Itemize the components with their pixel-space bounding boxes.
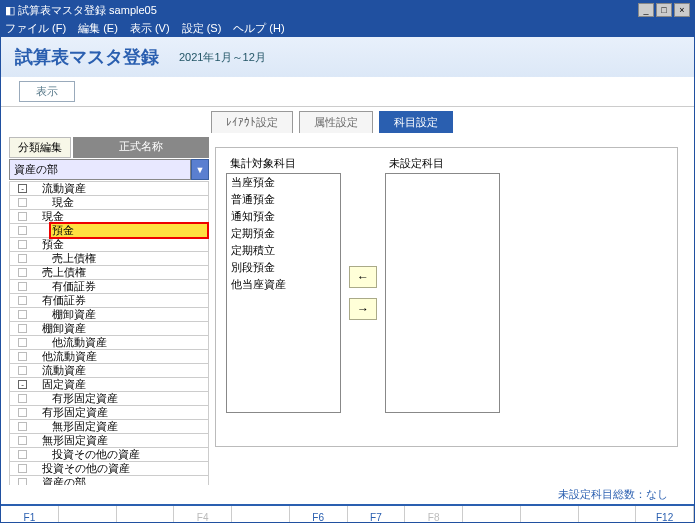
right-column: 集計対象科目 当座預金普通預金通知預金定期預金定期積立別段預金他当座資産 ← →… — [209, 133, 694, 485]
list-item[interactable]: 当座預金 — [227, 174, 340, 191]
tree-row-label: 預金 — [40, 237, 208, 252]
tab-layout[interactable]: ﾚｲｱｳﾄ設定 — [211, 111, 293, 133]
tree-row[interactable]: 投資その他の資産 — [9, 461, 209, 476]
list-item[interactable]: 別段預金 — [227, 259, 340, 276]
tree-row[interactable]: 棚卸資産 — [9, 321, 209, 336]
f10 — [521, 506, 579, 523]
tree-node-icon[interactable] — [18, 310, 27, 319]
list-item[interactable]: 通知預金 — [227, 208, 340, 225]
tree-row[interactable]: 棚卸資産 — [9, 307, 209, 322]
tree-row[interactable]: 投資その他の資産 — [9, 447, 209, 462]
tree-row[interactable]: 有形固定資産 — [9, 405, 209, 420]
list-item[interactable]: 普通預金 — [227, 191, 340, 208]
arrow-right-button[interactable]: → — [349, 298, 377, 320]
target-listbox[interactable]: 当座預金普通預金通知預金定期預金定期積立別段預金他当座資産 — [226, 173, 341, 413]
menubar: ファイル (F) 編集 (E) 表示 (V) 設定 (S) ヘルプ (H) — [1, 19, 694, 37]
category-combo[interactable]: 資産の部 ▼ — [9, 159, 209, 180]
tree-row[interactable]: 売上債権 — [9, 265, 209, 280]
tree-node-icon[interactable] — [18, 464, 27, 473]
tree-node-icon[interactable] — [18, 324, 27, 333]
tree-list[interactable]: -流動資産現金現金預金預金売上債権売上債権有価証券有価証券棚卸資産棚卸資産他流動… — [9, 180, 209, 485]
tree-row[interactable]: 流動資産 — [9, 363, 209, 378]
tree-node-icon[interactable] — [18, 436, 27, 445]
tree-row-label: 棚卸資産 — [40, 321, 208, 336]
menu-file[interactable]: ファイル (F) — [5, 21, 66, 36]
minimize-button[interactable]: _ — [638, 3, 654, 17]
menu-view[interactable]: 表示 (V) — [130, 21, 170, 36]
list-item[interactable]: 定期積立 — [227, 242, 340, 259]
menu-edit[interactable]: 編集 (E) — [78, 21, 118, 36]
tree-node-icon[interactable] — [18, 366, 27, 375]
tree-row[interactable]: -流動資産 — [9, 181, 209, 196]
tree-row[interactable]: 現金 — [9, 209, 209, 224]
tree-node-icon[interactable] — [18, 282, 27, 291]
footer-status: 未設定科目総数：なし — [1, 485, 694, 504]
close-button[interactable]: × — [674, 3, 690, 17]
maximize-button[interactable]: □ — [656, 3, 672, 17]
tree-node-icon[interactable] — [18, 198, 27, 207]
unset-listbox[interactable] — [385, 173, 500, 413]
period-label: 2021年1月～12月 — [179, 50, 266, 65]
tree-node-icon[interactable]: - — [18, 380, 27, 389]
tree-row-label: 有価証券 — [50, 279, 208, 294]
tree-node-icon[interactable] — [18, 212, 27, 221]
tree-node-icon[interactable]: - — [18, 184, 27, 193]
tree-node-icon[interactable] — [18, 450, 27, 459]
category-edit-button[interactable]: 分類編集 — [9, 137, 71, 158]
menu-settings[interactable]: 設定 (S) — [182, 21, 222, 36]
tree-row-label: 売上債権 — [40, 265, 208, 280]
arrow-left-button[interactable]: ← — [349, 266, 377, 288]
tree-row-label: 現金 — [50, 195, 208, 210]
tree-row[interactable]: 他流動資産 — [9, 335, 209, 350]
category-combo-value[interactable]: 資産の部 — [9, 159, 191, 180]
f11 — [579, 506, 637, 523]
tree-node-icon[interactable] — [18, 338, 27, 347]
tab-attribute[interactable]: 属性設定 — [299, 111, 373, 133]
tree-row[interactable]: 現金 — [9, 195, 209, 210]
tree-node-icon[interactable] — [18, 226, 27, 235]
tree-row[interactable]: 無形固定資産 — [9, 433, 209, 448]
tree-row[interactable]: 有価証券 — [9, 279, 209, 294]
tree-node-icon[interactable] — [18, 240, 27, 249]
f9 — [463, 506, 521, 523]
left-column: 分類編集 正式名称 資産の部 ▼ -流動資産現金現金預金預金売上債権売上債権有価… — [1, 133, 209, 485]
tree-row-label: 投資その他の資産 — [40, 461, 208, 476]
tree-node-icon[interactable] — [18, 422, 27, 431]
f1-help[interactable]: F1ヘルプ — [1, 506, 59, 523]
display-button[interactable]: 表示 — [19, 81, 75, 102]
tree-row-label: 有形固定資産 — [50, 391, 208, 406]
f7-reset[interactable]: F7リセット — [348, 506, 406, 523]
tree-node-icon[interactable] — [18, 268, 27, 277]
tree-row[interactable]: 有形固定資産 — [9, 391, 209, 406]
tree-row[interactable]: 預金 — [9, 223, 209, 238]
f8-register: F8登録 — [405, 506, 463, 523]
tree-row[interactable]: 無形固定資産 — [9, 419, 209, 434]
tree-row[interactable]: 資産の部 — [9, 475, 209, 485]
tree-node-icon[interactable] — [18, 254, 27, 263]
f12-exit[interactable]: F12終了 — [636, 506, 694, 523]
f4-ref: F4参照 — [174, 506, 232, 523]
tree-row[interactable]: 売上債権 — [9, 251, 209, 266]
tab-account[interactable]: 科目設定 — [379, 111, 453, 133]
tree-row[interactable]: 預金 — [9, 237, 209, 252]
tree-row-label: 他流動資産 — [50, 335, 208, 350]
tree-row-label: 預金 — [50, 223, 208, 238]
chevron-down-icon[interactable]: ▼ — [191, 159, 209, 180]
tree-row[interactable]: -固定資産 — [9, 377, 209, 392]
list-item[interactable]: 定期預金 — [227, 225, 340, 242]
tree-node-icon[interactable] — [18, 352, 27, 361]
account-panel: 集計対象科目 当座預金普通預金通知預金定期預金定期積立別段預金他当座資産 ← →… — [215, 147, 678, 447]
list-item[interactable]: 他当座資産 — [227, 276, 340, 293]
tree-node-icon[interactable] — [18, 296, 27, 305]
tree-node-icon[interactable] — [18, 478, 27, 485]
tree-node-icon[interactable] — [18, 408, 27, 417]
header-band: 試算表マスタ登録 2021年1月～12月 — [1, 37, 694, 77]
tree-row-label: 流動資産 — [40, 363, 208, 378]
name-header: 正式名称 — [73, 137, 209, 158]
tree-row[interactable]: 有価証券 — [9, 293, 209, 308]
f6-format[interactable]: F6書式設定 — [290, 506, 348, 523]
f3 — [117, 506, 175, 523]
tree-row[interactable]: 他流動資産 — [9, 349, 209, 364]
tree-node-icon[interactable] — [18, 394, 27, 403]
menu-help[interactable]: ヘルプ (H) — [233, 21, 284, 36]
